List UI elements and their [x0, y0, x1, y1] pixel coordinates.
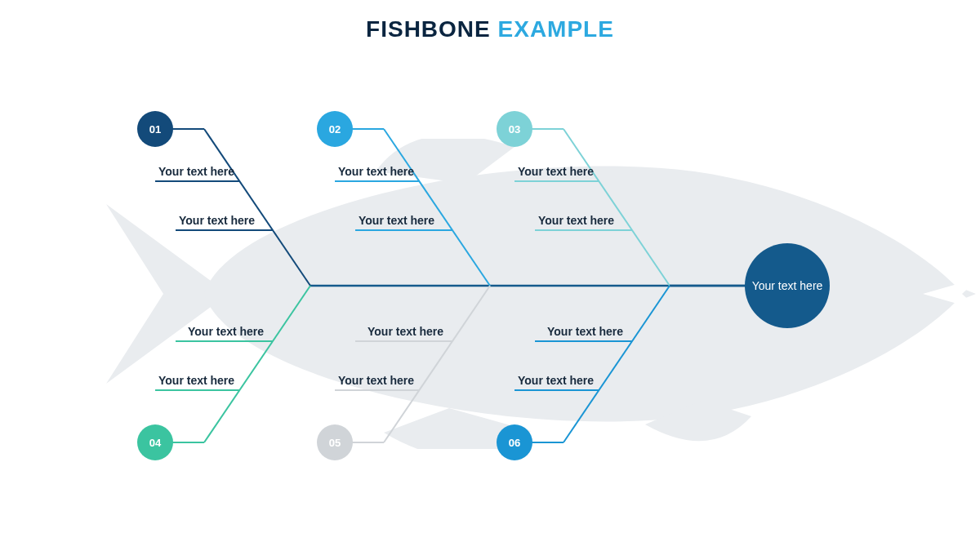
title-word1: FISHBONE: [366, 16, 491, 42]
cause-label: Your text here: [158, 374, 234, 387]
page-title: FISHBONE EXAMPLE: [0, 16, 980, 42]
fishbone-head: Your text here: [745, 243, 830, 328]
cause-label: Your text here: [368, 325, 443, 338]
branch-badge-6: 06: [497, 424, 532, 460]
branch-badge-5: 05: [317, 424, 353, 460]
svg-line-2: [204, 129, 310, 286]
svg-line-14: [204, 286, 310, 442]
cause-label: Your text here: [158, 165, 234, 178]
diagram-stage: 01 02 03 04 05 06 Your text here Your te…: [82, 106, 898, 473]
branch-num: 03: [509, 123, 520, 136]
cause-label: Your text here: [518, 374, 594, 387]
svg-line-22: [564, 286, 670, 442]
branch-badge-2: 02: [317, 111, 353, 147]
branch-num: 06: [509, 437, 520, 449]
svg-line-6: [384, 129, 490, 286]
branch-num: 05: [329, 437, 341, 449]
cause-label: Your text here: [518, 165, 594, 178]
head-text: Your text here: [752, 278, 823, 293]
cause-label: Your text here: [188, 325, 264, 338]
cause-label: Your text here: [338, 374, 414, 387]
branch-num: 04: [149, 437, 161, 449]
cause-label: Your text here: [538, 214, 614, 227]
branch-badge-4: 04: [137, 424, 173, 460]
cause-label: Your text here: [179, 214, 255, 227]
cause-label: Your text here: [547, 325, 623, 338]
cause-label: Your text here: [359, 214, 434, 227]
title-word2: EXAMPLE: [498, 16, 614, 42]
svg-line-10: [564, 129, 670, 286]
branch-num: 02: [329, 123, 341, 136]
branch-num: 01: [149, 123, 161, 136]
branch-badge-1: 01: [137, 111, 173, 147]
cause-label: Your text here: [338, 165, 414, 178]
svg-line-18: [384, 286, 490, 442]
branch-badge-3: 03: [497, 111, 532, 147]
